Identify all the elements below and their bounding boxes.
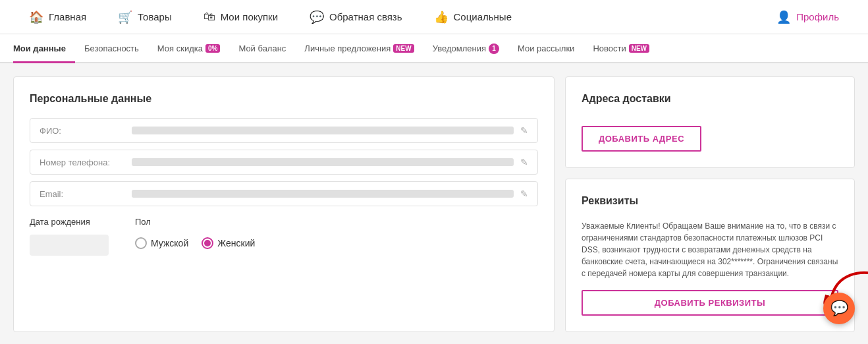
dob-value[interactable] — [30, 235, 109, 256]
nav-social[interactable]: 👍 Социальные — [418, 0, 528, 34]
dob-section: Дата рождения — [30, 217, 109, 256]
main-content: Персональные данные ФИО: ✎ Номер телефон… — [0, 63, 868, 344]
personal-data-title: Персональные данные — [30, 93, 538, 105]
tab-news[interactable]: Новости NEW — [583, 36, 659, 63]
phone-edit-icon[interactable]: ✎ — [520, 157, 528, 167]
chat-fab-button[interactable]: 💬 — [823, 293, 855, 324]
nav-profile[interactable]: 👤 Профиль — [761, 0, 855, 34]
feedback-icon: 💬 — [310, 10, 324, 24]
tab-offers[interactable]: Личные предложения NEW — [295, 36, 423, 63]
gender-section: Пол Мужской Женский — [135, 217, 255, 256]
extra-fields: Дата рождения Пол Мужской Женский — [30, 217, 538, 256]
discount-badge: 0% — [205, 44, 220, 53]
email-label: Email: — [40, 189, 125, 199]
tab-my-data[interactable]: Мои данные — [13, 36, 75, 63]
tab-security[interactable]: Безопасность — [75, 36, 148, 63]
profile-icon: 👤 — [776, 10, 791, 24]
nav-social-label: Социальные — [454, 11, 512, 22]
bag-icon: 🛍 — [203, 10, 215, 24]
email-value — [132, 190, 514, 198]
email-edit-icon[interactable]: ✎ — [520, 188, 528, 199]
offers-badge: NEW — [393, 44, 414, 53]
nav-home[interactable]: 🏠 Главная — [13, 0, 102, 34]
phone-field-row: Номер телефона: ✎ — [30, 150, 538, 175]
home-icon: 🏠 — [29, 10, 43, 24]
nav-profile-label: Профиль — [796, 11, 839, 22]
email-field-row: Email: ✎ — [30, 181, 538, 206]
nav-purchases-label: Мои покупки — [221, 11, 278, 22]
top-nav: 🏠 Главная 🛒 Товары 🛍 Мои покупки 💬 Обрат… — [0, 0, 868, 34]
fio-value — [132, 127, 514, 134]
requisites-title: Реквизиты — [582, 195, 838, 207]
news-badge: NEW — [629, 44, 649, 53]
gender-female-option[interactable]: Женский — [202, 237, 255, 249]
fio-edit-icon[interactable]: ✎ — [520, 125, 528, 136]
delivery-addresses-card: Адреса доставки ДОБАВИТЬ АДРЕС — [565, 76, 855, 168]
nav-home-label: Главная — [49, 11, 86, 22]
female-label: Женский — [217, 238, 255, 248]
tab-notifications[interactable]: Уведомления 1 — [423, 36, 508, 63]
dob-label: Дата рождения — [30, 217, 109, 227]
delivery-title: Адреса доставки — [582, 93, 838, 105]
tab-balance[interactable]: Мой баланс — [229, 36, 295, 63]
nav-products-label: Товары — [138, 11, 172, 22]
chat-icon: 💬 — [830, 300, 848, 317]
fio-field-row: ФИО: ✎ — [30, 118, 538, 143]
gender-label: Пол — [135, 217, 255, 227]
cart-icon: 🛒 — [118, 10, 132, 24]
female-radio[interactable] — [202, 237, 213, 249]
nav-feedback-label: Обратная связь — [329, 11, 402, 22]
male-radio[interactable] — [135, 237, 147, 249]
male-label: Мужской — [151, 238, 188, 248]
social-icon: 👍 — [434, 10, 448, 24]
notifications-badge: 1 — [489, 43, 499, 54]
sub-nav: Мои данные Безопасность Моя скидка 0% Мо… — [0, 34, 868, 63]
add-requisites-button[interactable]: ДОБАВИТЬ РЕКВИЗИТЫ — [582, 290, 838, 316]
requisites-card: Реквизиты Уважаемые Клиенты! Обращаем Ва… — [565, 179, 855, 332]
tab-discount[interactable]: Моя скидка 0% — [148, 36, 230, 63]
phone-value — [132, 158, 514, 166]
fio-label: ФИО: — [40, 126, 125, 136]
tab-mailings[interactable]: Мои рассылки — [508, 36, 583, 63]
gender-options: Мужской Женский — [135, 237, 255, 249]
personal-data-card: Персональные данные ФИО: ✎ Номер телефон… — [13, 76, 555, 332]
phone-label: Номер телефона: — [40, 158, 125, 167]
requisites-text: Уважаемые Клиенты! Обращаем Ваше внимани… — [582, 220, 838, 279]
gender-male-option[interactable]: Мужской — [135, 237, 188, 249]
nav-purchases[interactable]: 🛍 Мои покупки — [188, 0, 294, 34]
nav-feedback[interactable]: 💬 Обратная связь — [294, 0, 418, 34]
right-column: Адреса доставки ДОБАВИТЬ АДРЕС Реквизиты… — [565, 76, 855, 332]
add-address-button[interactable]: ДОБАВИТЬ АДРЕС — [582, 126, 701, 152]
nav-products[interactable]: 🛒 Товары — [102, 0, 188, 34]
